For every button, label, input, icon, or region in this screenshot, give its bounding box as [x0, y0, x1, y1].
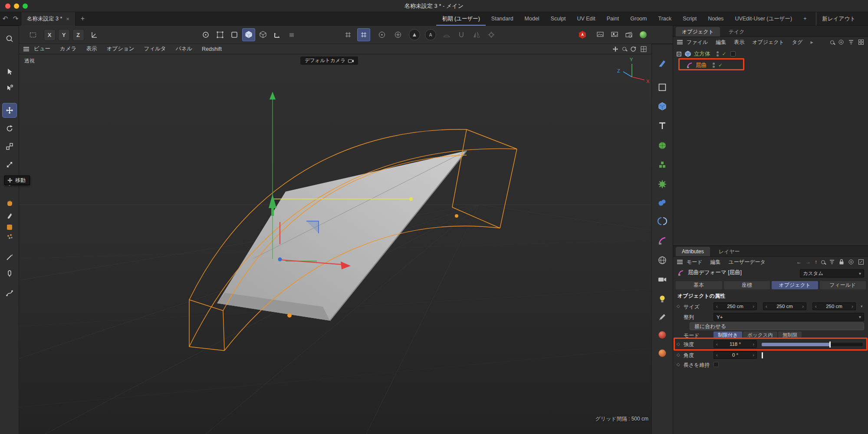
om-filter-icon[interactable] [848, 39, 854, 45]
quantize-icon[interactable] [375, 28, 388, 41]
viewport-menu-icon[interactable] [23, 46, 29, 52]
layout-tab-sculpt[interactable]: Sculpt [545, 12, 572, 26]
grab-tool-icon[interactable] [2, 196, 17, 211]
render-picture-viewer-button[interactable] [608, 28, 621, 41]
document-tab[interactable]: 名称未設定 3 * × [21, 12, 76, 26]
redo-icon[interactable]: ↷ [10, 15, 21, 23]
points-mode-icon[interactable] [214, 28, 227, 41]
om-menu-objects[interactable]: オブジェクト [748, 39, 788, 46]
make-editable-icon[interactable] [199, 28, 212, 41]
pen-tool-icon[interactable] [2, 266, 17, 281]
om-menu-file[interactable]: ファイル [683, 39, 712, 46]
add-document-tab-button[interactable]: + [76, 15, 90, 23]
axis-y-lock-button[interactable]: Y [57, 28, 70, 41]
object-manager-menu-icon[interactable] [677, 39, 683, 45]
layout-tab-groom[interactable]: Groom [625, 12, 652, 26]
undo-icon[interactable]: ↶ [0, 15, 10, 23]
at-menu-edit[interactable]: 編集 [707, 258, 725, 266]
tab-coordinates[interactable]: 座標 [724, 281, 770, 289]
bend-deformer-icon[interactable] [655, 233, 670, 248]
vector-expand-icon[interactable]: ▾ [861, 304, 863, 308]
model-mode-icon[interactable] [242, 28, 255, 41]
workplane-snap-icon[interactable] [391, 28, 404, 41]
tab-objects[interactable]: オブジェクト [676, 27, 720, 36]
viewport-solo-icon[interactable] [408, 28, 421, 41]
om-menu-overflow-icon[interactable]: ▸ [806, 39, 817, 45]
angle-slider-handle[interactable] [762, 352, 763, 358]
tab-layers[interactable]: レイヤー [713, 247, 746, 256]
phong-tag-icon[interactable] [730, 51, 736, 56]
at-search-icon[interactable] [821, 260, 825, 264]
snap-grid-icon[interactable] [357, 28, 370, 41]
rotate-tool-icon[interactable] [2, 121, 17, 136]
stepper-down-icon[interactable]: ‹ [716, 304, 718, 309]
expand-toggle-icon[interactable] [677, 52, 681, 56]
edges-mode-icon[interactable] [228, 28, 241, 41]
om-menu-edit[interactable]: 編集 [712, 39, 730, 46]
settings-disabled-icon[interactable] [485, 28, 498, 41]
keyframe-diamond-icon[interactable]: ◇ [677, 304, 680, 308]
viewport-menu-options[interactable]: オプション [102, 45, 139, 53]
size-z-field[interactable]: ‹ 250 cm › [812, 302, 856, 310]
camera-label[interactable]: デフォルトカメラ [300, 56, 358, 65]
layout-tab-model[interactable]: Model [519, 12, 545, 26]
viewport-menu-redshift[interactable]: Redshift [197, 46, 227, 52]
object-mode-icon[interactable] [256, 28, 270, 41]
stepper-down-icon[interactable]: ‹ [716, 352, 718, 358]
keyframe-diamond-icon[interactable]: ◇ [677, 352, 680, 357]
history-forward-icon[interactable]: → [806, 259, 811, 265]
layout-tab-default[interactable]: 初期 (ユーザー) [436, 12, 485, 26]
camera-object-icon[interactable] [655, 272, 670, 287]
view-projection-label[interactable]: 透視 [24, 57, 35, 65]
size-y-field[interactable]: ‹ 250 cm › [763, 302, 806, 310]
om-menu-tags[interactable]: タグ [788, 39, 807, 46]
subdivision-surface-icon[interactable] [655, 138, 670, 153]
guide-disabled-icon[interactable] [440, 28, 453, 41]
focus-target-icon[interactable] [848, 259, 854, 265]
axis-x-lock-button[interactable]: X [43, 28, 56, 41]
snap-enable-icon[interactable] [342, 28, 355, 41]
render-settings-button[interactable] [622, 28, 635, 41]
rectangle-spline-icon[interactable] [655, 80, 670, 95]
stepper-down-icon[interactable]: ‹ [766, 304, 767, 309]
viewport-menu-view[interactable]: ビュー [29, 45, 55, 53]
layout-tab-track[interactable]: Track [652, 12, 677, 26]
magnet-disabled-icon[interactable] [455, 28, 468, 41]
color-swatch-icon[interactable] [2, 222, 17, 232]
at-menu-mode[interactable]: モード [683, 258, 707, 266]
redshift-render-button[interactable] [576, 28, 589, 41]
viewport-menu-display[interactable]: 表示 [81, 45, 102, 53]
material-icon[interactable] [655, 328, 670, 342]
attribute-menu-icon[interactable] [677, 259, 683, 265]
viewport-menu-camera[interactable]: カメラ [55, 45, 81, 53]
marquee-select-icon[interactable] [26, 28, 39, 41]
minimize-window-icon[interactable] [14, 3, 19, 9]
size-x-field[interactable]: ‹ 250 cm › [713, 302, 757, 310]
new-layout-button[interactable]: 新レイアウト [816, 12, 861, 26]
zoom-view-icon[interactable] [622, 46, 626, 52]
brush-tool-icon[interactable] [2, 211, 17, 221]
keyframe-diamond-icon[interactable]: ◇ [677, 362, 680, 367]
knife-tool-icon[interactable] [2, 250, 17, 265]
om-menu-view[interactable]: 表示 [730, 39, 748, 46]
tab-takes[interactable]: テイク [723, 27, 751, 36]
visibility-toggles-icon[interactable] [717, 51, 719, 56]
spline-pen-icon[interactable] [655, 56, 670, 71]
layout-tab-standard[interactable]: Standard [486, 12, 519, 26]
lock-icon[interactable] [839, 259, 844, 265]
live-selection-tool-icon[interactable] [2, 64, 17, 79]
tab-basic[interactable]: 基本 [676, 281, 722, 289]
layout-tab-paint[interactable]: Paint [601, 12, 625, 26]
om-layout-icon[interactable] [858, 39, 864, 45]
scale-tool-icon[interactable] [2, 139, 17, 154]
layout-tab-uvedit-user[interactable]: UVEdit-User (ユーザー) [729, 12, 798, 26]
tab-object[interactable]: オブジェクト [772, 281, 818, 289]
at-filter-icon[interactable] [829, 259, 835, 265]
cube-primitive-icon[interactable] [655, 99, 670, 114]
workplane-lock-icon[interactable] [285, 28, 298, 41]
mirror-disabled-icon[interactable] [470, 28, 483, 41]
rotate-view-icon[interactable] [630, 46, 637, 53]
add-layout-button[interactable]: + [798, 12, 812, 26]
redshift-material-icon[interactable] [655, 346, 670, 361]
viewport-menu-filter[interactable]: フィルタ [139, 45, 171, 53]
